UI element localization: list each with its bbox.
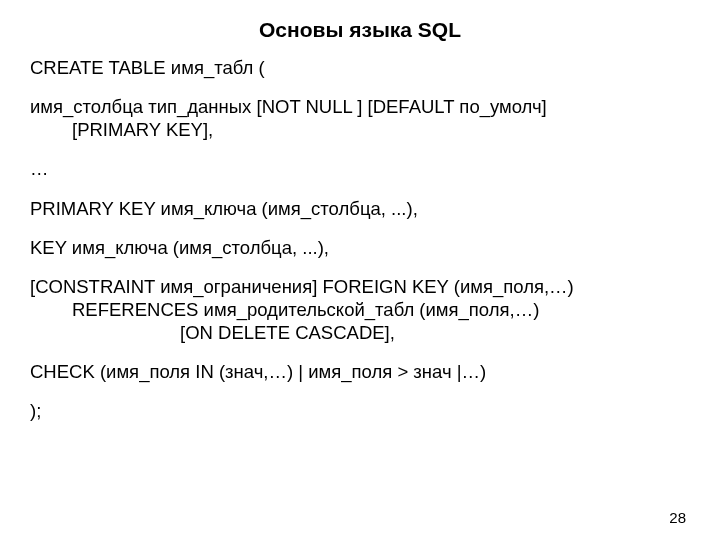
code-line: имя_столбца тип_данных [NOT NULL ] [DEFA… — [30, 95, 690, 141]
code-line: CREATE TABLE имя_табл ( — [30, 56, 690, 79]
slide: Основы языка SQL CREATE TABLE имя_табл (… — [0, 0, 720, 540]
code-text: [ON DELETE CASCADE], — [30, 322, 395, 343]
slide-body: CREATE TABLE имя_табл ( имя_столбца тип_… — [30, 56, 690, 422]
code-text: [CONSTRAINT имя_ограничения] FOREIGN KEY… — [30, 276, 574, 297]
code-text: REFERENCES имя_родительской_табл (имя_по… — [30, 299, 539, 320]
code-line: PRIMARY KEY имя_ключа (имя_столбца, ...)… — [30, 197, 690, 220]
code-line: ); — [30, 399, 690, 422]
code-text: [PRIMARY KEY], — [30, 119, 213, 140]
slide-title: Основы языка SQL — [30, 18, 690, 42]
page-number: 28 — [669, 509, 686, 526]
code-line: [CONSTRAINT имя_ограничения] FOREIGN KEY… — [30, 275, 690, 344]
code-line: CHECK (имя_поля IN (знач,…) | имя_поля >… — [30, 360, 690, 383]
code-line: KEY имя_ключа (имя_столбца, ...), — [30, 236, 690, 259]
code-text: имя_столбца тип_данных [NOT NULL ] [DEFA… — [30, 96, 547, 117]
code-line: … — [30, 157, 690, 180]
